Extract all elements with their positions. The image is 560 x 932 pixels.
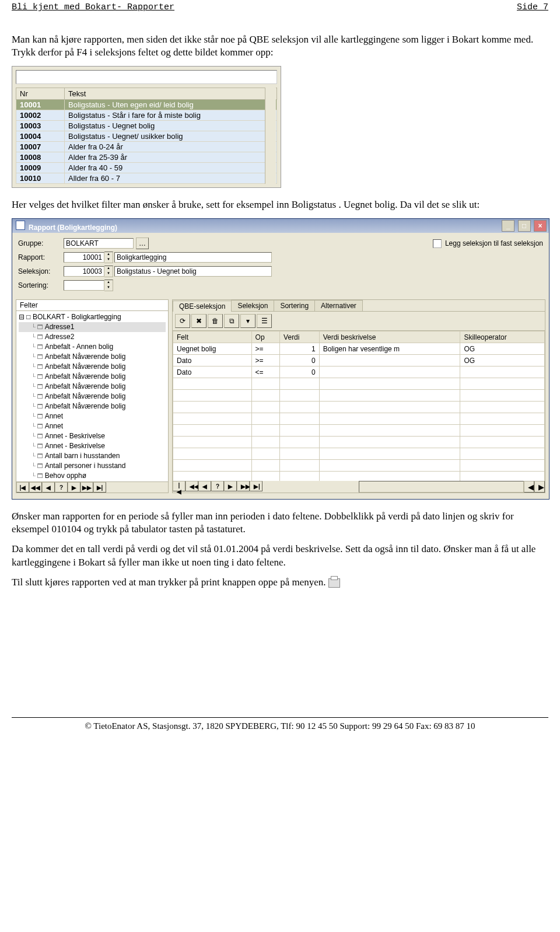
- qbe-row-empty[interactable]: [173, 390, 545, 402]
- qbe-col[interactable]: Felt: [173, 331, 252, 343]
- filter-row[interactable]: 10008Alder fra 25-39 år: [16, 152, 277, 163]
- nav-button[interactable]: ?: [55, 482, 68, 493]
- seleksjon-text-input[interactable]: Boligstatus - Uegnet bolig: [114, 266, 272, 277]
- qbe-row-empty[interactable]: [173, 460, 545, 472]
- tree-item[interactable]: Adresse2: [19, 332, 166, 342]
- tree-item[interactable]: Anbefalt Nåværende bolig: [19, 392, 166, 402]
- tree-root[interactable]: BOLKART - Boligkartlegging: [19, 312, 166, 322]
- sortering-num-input[interactable]: [64, 280, 104, 291]
- maximize-button[interactable]: □: [518, 220, 531, 232]
- nav-button[interactable]: ▶|: [250, 481, 262, 491]
- tree-item[interactable]: Anbefalt Nåværende bolig: [19, 372, 166, 382]
- filter-icon[interactable]: ▾: [240, 314, 256, 328]
- scroll-right-button[interactable]: ▶: [534, 481, 545, 493]
- qbe-col[interactable]: Verdi beskrivelse: [319, 331, 460, 343]
- qbe-col[interactable]: Op: [251, 331, 280, 343]
- qbe-row-empty[interactable]: [173, 448, 545, 460]
- filter-row[interactable]: 10004Boligstatus - Uegnet/ usikker bolig: [16, 131, 277, 142]
- qbe-row[interactable]: Dato<=0: [173, 366, 545, 378]
- nav-button[interactable]: ▶|: [93, 482, 106, 493]
- felter-tree[interactable]: BOLKART - Boligkartlegging Adresse1Adres…: [16, 311, 168, 481]
- scrollbar-horizontal[interactable]: [359, 481, 524, 493]
- filter-row[interactable]: 10003Boligstatus - Uegnet bolig: [16, 121, 277, 131]
- print-icon: [328, 578, 340, 588]
- nav-button[interactable]: ▶▶: [80, 482, 93, 493]
- delete-x-icon[interactable]: ✖: [191, 314, 206, 328]
- qbe-toolbar: ⟳✖🗑⧉▾☰: [173, 312, 545, 331]
- filter-row[interactable]: 10001Boligstatus - Uten egen eid/ leid b…: [16, 100, 277, 110]
- qbe-row-empty[interactable]: [173, 425, 545, 437]
- rapport-text-input[interactable]: Boligkartlegging: [114, 252, 272, 263]
- tree-item[interactable]: Behov opphø: [19, 471, 166, 481]
- tree-item[interactable]: Annet: [19, 421, 166, 431]
- nav-button[interactable]: ?: [211, 481, 224, 491]
- tab-qbe-seleksjon[interactable]: QBE-seleksjon: [173, 301, 232, 312]
- qbe-table[interactable]: FeltOpVerdiVerdi beskrivelseSkilleoperat…: [173, 331, 545, 481]
- filter-row[interactable]: 10009Alder fra 40 - 59: [16, 163, 277, 173]
- scrollbar-vertical[interactable]: [265, 88, 276, 184]
- refresh-icon[interactable]: ⟳: [175, 314, 190, 328]
- filter-row[interactable]: 10002Boligstatus - Står i fare for å mis…: [16, 110, 277, 121]
- nav-button[interactable]: ▶: [224, 481, 237, 491]
- nav-button[interactable]: |◀: [16, 482, 29, 493]
- nav-button[interactable]: ◀◀: [186, 481, 198, 491]
- rapport-num-input[interactable]: 10001: [64, 252, 104, 263]
- tab-seleksjon[interactable]: Seleksjon: [231, 300, 274, 311]
- close-button[interactable]: ×: [534, 220, 547, 232]
- tree-item[interactable]: Annet - Beskrivelse: [19, 441, 166, 451]
- col-nr[interactable]: Nr: [16, 88, 65, 100]
- legg-seleksjon-checkbox[interactable]: [433, 239, 442, 248]
- paragraph-2: Her velges det hvilket filter man ønsker…: [12, 198, 548, 211]
- paragraph-5: Til slutt kjøres rapporten ved at man tr…: [12, 576, 548, 589]
- trash-icon[interactable]: 🗑: [208, 314, 223, 328]
- qbe-row[interactable]: Uegnet bolig>=1Boligen har vesentlige mO…: [173, 343, 545, 355]
- gruppe-input[interactable]: BOLKART: [64, 238, 134, 249]
- seleksjon-spinner[interactable]: ▲▼: [104, 266, 113, 277]
- copy-icon[interactable]: ⧉: [224, 314, 239, 328]
- qbe-table-wrap: FeltOpVerdiVerdi beskrivelseSkilleoperat…: [173, 331, 545, 481]
- tab-sortering[interactable]: Sortering: [274, 300, 315, 311]
- nav-button[interactable]: ◀: [198, 481, 211, 491]
- col-tekst[interactable]: Tekst: [65, 88, 277, 100]
- nav-button[interactable]: |◀: [173, 481, 186, 491]
- tree-item[interactable]: Anbefalt Nåværende bolig: [19, 352, 166, 362]
- scroll-left-button[interactable]: ◀: [524, 481, 534, 493]
- tree-item[interactable]: Annet: [19, 411, 166, 421]
- tree-item[interactable]: Antall personer i husstand: [19, 461, 166, 471]
- qbe-row-empty[interactable]: [173, 437, 545, 448]
- sortering-spinner[interactable]: ▲▼: [104, 280, 113, 291]
- tree-item[interactable]: Antall barn i husstanden: [19, 451, 166, 461]
- nav-button[interactable]: ◀: [42, 482, 55, 493]
- qbe-col[interactable]: Verdi: [280, 331, 320, 343]
- page-footer: © TietoEnator AS, Stasjonsgt. 37, 1820 S…: [12, 717, 548, 738]
- tree-item[interactable]: Anbefalt Nåværende bolig: [19, 362, 166, 372]
- qbe-row-empty[interactable]: [173, 402, 545, 413]
- header-right: Side 7: [517, 2, 548, 12]
- props-icon[interactable]: ☰: [257, 314, 272, 328]
- nav-button[interactable]: ◀◀: [29, 482, 42, 493]
- tree-item[interactable]: Anbefalt Nåværende bolig: [19, 382, 166, 392]
- nav-button[interactable]: ▶: [68, 482, 80, 493]
- qbe-row-empty[interactable]: [173, 378, 545, 390]
- seleksjon-num-input[interactable]: 10003: [64, 266, 104, 277]
- tree-item[interactable]: Annet - Beskrivelse: [19, 431, 166, 441]
- filter-table[interactable]: Nr Tekst 10001Boligstatus - Uten egen ei…: [16, 88, 277, 184]
- tree-item[interactable]: Anbefalt Nåværende bolig: [19, 402, 166, 411]
- qbe-row-empty[interactable]: [173, 413, 545, 425]
- filter-input[interactable]: [16, 70, 277, 84]
- filter-row[interactable]: 10010Allder fra 60 - 7: [16, 173, 277, 184]
- tree-item[interactable]: Adresse1: [19, 322, 166, 332]
- qbe-row[interactable]: Dato>=0OG: [173, 355, 545, 366]
- tab-alternativer[interactable]: Alternativer: [314, 300, 363, 311]
- qbe-col[interactable]: Skilleoperator: [460, 331, 545, 343]
- tree-item[interactable]: Anbefalt - Annen bolig: [19, 342, 166, 352]
- rapport-spinner[interactable]: ▲▼: [104, 252, 113, 263]
- minimize-button[interactable]: _: [502, 220, 514, 232]
- qbe-row-empty[interactable]: [173, 472, 545, 481]
- filter-row[interactable]: 10007Alder fra 0-24 år: [16, 142, 277, 152]
- paragraph-4: Da kommer det en tall verdi på verdi og …: [12, 543, 548, 568]
- felter-header: Felter: [16, 300, 168, 311]
- gruppe-browse-button[interactable]: …: [136, 238, 149, 249]
- window-title: Rapport (Boligkartlegging): [29, 224, 117, 232]
- nav-button[interactable]: ▶▶: [237, 481, 250, 491]
